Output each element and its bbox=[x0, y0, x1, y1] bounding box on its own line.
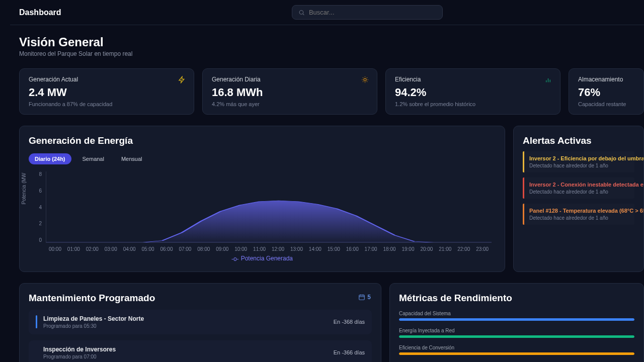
svg-point-2 bbox=[364, 78, 366, 81]
kpi-label: Generación Diaria bbox=[212, 76, 368, 83]
panel-title: Generación de Energía bbox=[29, 135, 496, 146]
search-box[interactable] bbox=[292, 5, 443, 20]
kpi-sub: Funcionando a 87% de capacidad bbox=[29, 101, 185, 107]
app-header: Dashboard bbox=[10, 0, 644, 25]
svg-point-0 bbox=[299, 10, 303, 14]
maintenance-item[interactable]: Inspección de Inversores Programado para… bbox=[29, 340, 372, 362]
kpi-value: 2.4 MW bbox=[29, 86, 185, 99]
metric-row: Capacidad del Sistema bbox=[399, 311, 634, 321]
metric-label: Energía Inyectada a Red bbox=[399, 328, 634, 333]
calendar-icon bbox=[358, 294, 365, 301]
maintenance-item[interactable]: Limpieza de Paneles - Sector Norte Progr… bbox=[29, 310, 372, 334]
search-icon bbox=[298, 9, 305, 16]
kpi-card-storage: Almacenamiento 76% Capacidad restante bbox=[569, 68, 644, 115]
tab-daily[interactable]: Diario (24h) bbox=[29, 153, 71, 164]
y-axis-label: Potencia (MW bbox=[21, 173, 27, 205]
metric-label: Eficiencia de Conversión bbox=[399, 345, 634, 350]
maintenance-sub: Programado para 05:30 bbox=[43, 323, 144, 329]
metric-bar bbox=[399, 335, 634, 338]
maintenance-panel: Mantenimiento Programado 5 Limpieza de P… bbox=[19, 283, 381, 362]
tab-monthly[interactable]: Mensual bbox=[115, 153, 148, 164]
alert-item[interactable]: Inversor 2 - Eficiencia por debajo del u… bbox=[523, 151, 634, 172]
kpi-sub: 4.2% más que ayer bbox=[212, 101, 368, 107]
metric-bar bbox=[399, 352, 634, 355]
alerts-panel: Alertas Activas Inversor 2 - Eficiencia … bbox=[513, 126, 644, 272]
maintenance-sub: Programado para 07:00 bbox=[43, 354, 116, 359]
alert-item[interactable]: Inversor 2 - Conexión inestable detectad… bbox=[523, 177, 634, 199]
x-axis: 00:0001:0002:0003:0004:0005:0006:0007:00… bbox=[46, 246, 492, 252]
kpi-sub: Capacidad restante bbox=[578, 101, 634, 107]
priority-bar bbox=[36, 346, 37, 359]
area-chart bbox=[46, 171, 492, 242]
metric-bar bbox=[399, 318, 634, 321]
panel-title: Mantenimiento Programado bbox=[29, 293, 372, 304]
alert-sub: Detectado hace alrededor de 1 año bbox=[529, 215, 629, 221]
alert-sub: Detectado hace alrededor de 1 año bbox=[529, 189, 629, 195]
tab-weekly[interactable]: Semanal bbox=[76, 153, 110, 164]
page-title: Visión General bbox=[19, 35, 644, 49]
chart-area: Potencia (MW 86420 00:0001:0002:0003:000… bbox=[29, 171, 496, 252]
kpi-label: Almacenamiento bbox=[578, 76, 634, 83]
alert-sub: Detectado hace alrededor de 1 año bbox=[529, 163, 629, 168]
kpi-card-efficiency: Eficiencia 94.2% 1.2% sobre el promedio … bbox=[385, 68, 560, 115]
maintenance-title: Inspección de Inversores bbox=[43, 346, 116, 353]
bolt-icon bbox=[178, 76, 186, 85]
y-axis: 86420 bbox=[29, 171, 42, 243]
chart-legend: -o-Potencia Generada bbox=[29, 255, 496, 262]
maintenance-title: Limpieza de Paneles - Sector Norte bbox=[43, 315, 144, 322]
svg-line-1 bbox=[303, 14, 304, 15]
maintenance-due: En -368 días bbox=[334, 319, 365, 325]
search-input[interactable] bbox=[309, 9, 436, 16]
chart-tabs: Diario (24h) Semanal Mensual bbox=[29, 153, 496, 164]
energy-generation-panel: Generación de Energía Diario (24h) Seman… bbox=[19, 126, 505, 272]
maintenance-count-badge: 5 bbox=[358, 294, 371, 301]
bars-icon bbox=[544, 76, 552, 85]
kpi-sub: 1.2% sobre el promedio histórico bbox=[395, 101, 551, 107]
header-title: Dashboard bbox=[19, 8, 61, 17]
panel-title: Métricas de Rendimiento bbox=[399, 293, 634, 304]
svg-rect-6 bbox=[359, 295, 365, 300]
alert-title: Inversor 2 - Conexión inestable detectad… bbox=[529, 182, 629, 188]
alert-title: Panel #128 - Temperatura elevada (68°C >… bbox=[529, 208, 629, 214]
metric-label: Capacidad del Sistema bbox=[399, 311, 634, 316]
page-subtitle: Monitoreo del Parque Solar en tiempo rea… bbox=[19, 50, 644, 57]
metric-row: Eficiencia de Conversión bbox=[399, 345, 634, 355]
kpi-card-current-gen: Generación Actual 2.4 MW Funcionando a 8… bbox=[19, 68, 194, 115]
sun-icon bbox=[361, 76, 369, 85]
kpi-label: Eficiencia bbox=[395, 76, 551, 83]
alert-item[interactable]: Panel #128 - Temperatura elevada (68°C >… bbox=[523, 204, 634, 225]
kpi-card-daily-gen: Generación Diaria 16.8 MWh 4.2% más que … bbox=[202, 68, 377, 115]
alert-title: Inversor 2 - Eficiencia por debajo del u… bbox=[529, 155, 629, 161]
maintenance-due: En -366 días bbox=[334, 349, 365, 355]
kpi-value: 76% bbox=[578, 86, 634, 99]
kpi-row: Generación Actual 2.4 MW Funcionando a 8… bbox=[19, 68, 644, 115]
panel-title: Alertas Activas bbox=[523, 135, 634, 146]
kpi-value: 94.2% bbox=[395, 86, 551, 99]
kpi-value: 16.8 MWh bbox=[212, 86, 368, 99]
priority-bar bbox=[36, 315, 37, 328]
metric-row: Energía Inyectada a Red bbox=[399, 328, 634, 338]
kpi-label: Generación Actual bbox=[29, 76, 185, 83]
performance-panel: Métricas de Rendimiento Capacidad del Si… bbox=[389, 283, 644, 362]
